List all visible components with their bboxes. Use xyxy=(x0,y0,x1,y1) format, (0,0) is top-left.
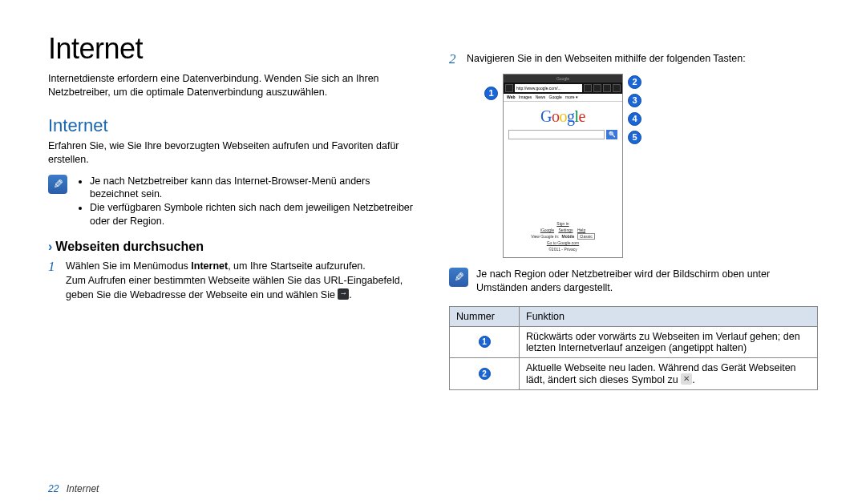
function-table: Nummer Funktion 1 Rückwärts oder vorwärt… xyxy=(449,306,818,390)
callout-column-right: 2 3 4 5 xyxy=(628,74,641,144)
subsection-title: ›Webseiten durchsuchen xyxy=(48,240,417,254)
settings-link: Settings xyxy=(558,228,573,232)
copyright-label: ©2011 - Privacy xyxy=(548,247,577,252)
google-search-row xyxy=(504,130,622,143)
step-item: 1 Wählen Sie im Menümodus Internet, um I… xyxy=(48,259,417,302)
step-number: 2 xyxy=(449,50,456,70)
note-bullet: Je nach Netzbetreiber kann das Internet-… xyxy=(90,175,417,202)
callout-badge: 1 xyxy=(479,336,491,348)
screenshot-tabs: Web Images News Google more xyxy=(504,94,622,102)
step-text: , um Ihre Startseite aufzurufen. xyxy=(228,260,366,272)
section-title: Internet xyxy=(48,115,417,136)
step-number: 1 xyxy=(48,257,55,277)
step-item: 2 Navigieren Sie in den Webseiten mithil… xyxy=(449,51,818,258)
step-text: Zum Aufrufen einer bestimmten Webseite w… xyxy=(66,275,403,300)
pencil-note-icon xyxy=(449,268,468,287)
screenshot-url-row: http://www.google.com/... xyxy=(504,83,622,94)
callout-badge: 1 xyxy=(484,87,498,100)
menu-name: Internet xyxy=(191,260,228,272)
view-label: View Google in: xyxy=(531,234,560,239)
step-text: . xyxy=(349,289,351,300)
footer-section-label: Internet xyxy=(67,483,99,494)
mobile-label: Mobile xyxy=(561,234,574,239)
table-cell-function: Aktuelle Webseite neu laden. Während das… xyxy=(520,357,818,389)
go-arrow-icon xyxy=(338,288,349,300)
screenshot-topbar: Google xyxy=(504,75,622,83)
page-title: Internet xyxy=(48,32,417,66)
web-tab: Web xyxy=(507,95,515,99)
callout-badge: 5 xyxy=(628,131,641,144)
google-com-link: Go to Google.com xyxy=(547,240,580,245)
right-column: 2 Navigieren Sie in den Webseiten mithil… xyxy=(449,32,818,390)
windows-icon xyxy=(593,84,601,92)
search-box xyxy=(508,130,605,139)
chevron-icon: › xyxy=(48,240,52,253)
left-column: Internet Internetdienste erfordern eine … xyxy=(48,32,417,390)
signin-link: Sign in xyxy=(556,221,569,226)
news-tab: News xyxy=(536,95,546,99)
stop-x-icon xyxy=(681,373,692,385)
table-header-function: Funktion xyxy=(520,306,818,326)
page-footer: 22 Internet xyxy=(48,483,99,494)
step-list: 1 Wählen Sie im Menümodus Internet, um I… xyxy=(48,259,417,302)
images-tab: Images xyxy=(519,95,532,99)
step-text: Navigieren Sie in den Webseiten mithilfe… xyxy=(467,53,746,64)
callout-badge: 2 xyxy=(479,368,491,380)
more-tab: more xyxy=(565,95,578,99)
pencil-note-icon xyxy=(48,175,67,194)
browser-screenshot: Google http://www.google.com/... Web Ima… xyxy=(503,74,623,258)
callout-badge: 3 xyxy=(628,94,641,107)
intro-paragraph: Internetdienste erfordern eine Datenverb… xyxy=(48,72,417,99)
subsection-title-text: Webseiten durchsuchen xyxy=(55,240,204,253)
table-cell-number: 1 xyxy=(450,326,520,357)
note-text: Je nach Region oder Netzbetreiber wird d… xyxy=(476,268,818,295)
note-bullet-list: Je nach Netzbetreiber kann das Internet-… xyxy=(75,175,417,229)
section-intro: Erfahren Sie, wie Sie Ihre bevorzugten W… xyxy=(48,139,417,167)
step-list: 2 Navigieren Sie in den Webseiten mithil… xyxy=(449,51,818,258)
table-row: 1 Rückwärts oder vorwärts zu Webseiten i… xyxy=(450,326,818,357)
callout-column-left: 1 xyxy=(484,74,498,100)
callout-badge: 2 xyxy=(628,75,641,89)
note-box: Je nach Region oder Netzbetreiber wird d… xyxy=(449,268,818,295)
row-text: . xyxy=(692,374,694,385)
google-logo: Google xyxy=(504,102,622,130)
igoogle-link: iGoogle xyxy=(540,228,554,232)
page-number: 22 xyxy=(48,483,59,494)
callout-badge: 4 xyxy=(628,112,641,126)
table-row: 2 Aktuelle Webseite neu laden. Während d… xyxy=(450,357,818,389)
step-text: Wählen Sie im Menümodus xyxy=(66,260,191,272)
search-button-icon xyxy=(606,130,617,139)
bookmark-icon xyxy=(603,84,611,92)
table-cell-function: Rückwärts oder vorwärts zu Webseiten im … xyxy=(520,326,818,357)
classic-label: Classic xyxy=(577,233,595,240)
screenshot-figure: 1 Google http://www.google.com/... xyxy=(484,74,818,258)
reload-icon xyxy=(584,84,592,92)
forward-icon xyxy=(613,84,621,92)
screenshot-footer: Sign in iGoogle Settings Help View Googl… xyxy=(504,220,622,252)
note-bullet: Die verfügbaren Symbole richten sich nac… xyxy=(90,201,417,228)
row-text: Aktuelle Webseite neu laden. Während das… xyxy=(526,362,796,385)
note-box: Je nach Netzbetreiber kann das Internet-… xyxy=(48,175,417,229)
url-field: http://www.google.com/... xyxy=(515,84,582,92)
table-cell-number: 2 xyxy=(450,357,520,389)
table-header-number: Nummer xyxy=(450,306,520,326)
back-button-icon xyxy=(505,84,513,92)
help-link: Help xyxy=(577,228,585,232)
google-tab: Google xyxy=(549,95,562,99)
